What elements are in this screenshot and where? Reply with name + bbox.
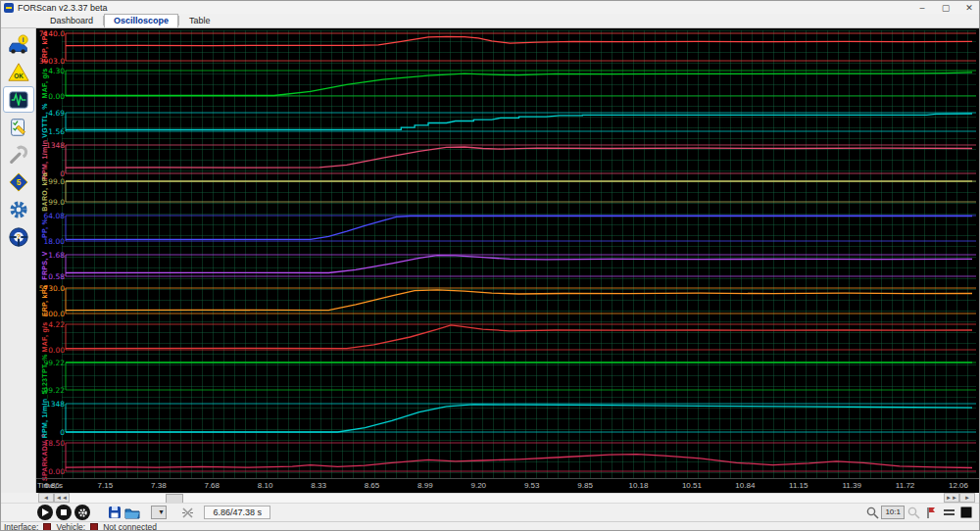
signal-trace	[66, 36, 972, 45]
time-tick-label: 7.68	[204, 481, 220, 490]
channel-max-value: 4.69	[36, 109, 65, 118]
sidebar-item-settings[interactable]	[3, 196, 34, 222]
oscilloscope-chart: FRP, kPa7140.03903.0MAF, g/s4.300.00_VGT…	[36, 28, 980, 493]
time-tick-label: 12.06	[949, 481, 968, 490]
channel-min-value: 0.58	[36, 272, 65, 281]
load-button[interactable]	[123, 505, 141, 520]
sidebar-item-oscilloscope[interactable]	[3, 86, 34, 113]
signal-trace	[66, 256, 972, 273]
svg-text:i: i	[22, 35, 24, 44]
svg-text:?: ?	[16, 232, 21, 241]
time-tick-label: 8.99	[417, 481, 433, 490]
sidebar: i OK	[1, 28, 36, 493]
scope-traces	[62, 30, 976, 478]
interface-status-led	[43, 523, 51, 531]
magnifier-minus-icon	[866, 507, 879, 519]
svg-text:5: 5	[16, 178, 21, 187]
channel-min-value: 0.00	[36, 92, 65, 101]
stop-button[interactable]	[56, 505, 72, 520]
time-tick-label: 10.18	[629, 481, 649, 490]
sidebar-item-configuration[interactable]: 5	[3, 169, 34, 195]
channel-max-value: 7140.0	[36, 29, 65, 38]
cut-icon	[181, 507, 194, 519]
signal-trace	[66, 325, 972, 349]
channel-min-value: 300.0	[36, 310, 65, 318]
sidebar-item-read-dtc[interactable]: OK	[3, 59, 34, 85]
zoom-in-button[interactable]	[905, 505, 922, 520]
tab-table[interactable]: Table	[179, 14, 220, 27]
service-wrench-icon	[8, 144, 29, 166]
sidebar-item-vehicle-info[interactable]: i	[3, 31, 34, 58]
vehicle-label: Vehicle:	[56, 522, 85, 531]
trim-button[interactable]	[178, 505, 196, 520]
two-lines-icon	[943, 507, 956, 517]
channel-label: PP, %	[41, 218, 48, 238]
sidebar-item-service[interactable]	[3, 141, 34, 168]
channel-min-value: -1.56	[36, 127, 65, 136]
channel-max-value: 4.22	[36, 320, 65, 329]
channel-min-value: 99.0	[36, 198, 65, 207]
channel-min-value: 3903.0	[36, 57, 65, 66]
time-tick-label: 11.72	[896, 481, 914, 490]
channel-max-value: 64.08	[36, 212, 65, 220]
vehicle-info-icon: i	[8, 34, 29, 56]
sidebar-item-tests[interactable]	[3, 114, 34, 140]
oscilloscope-icon	[8, 89, 29, 111]
time-tick-label: 7.15	[98, 481, 114, 490]
scrollbar-track[interactable]	[70, 493, 944, 503]
scope-settings-button[interactable]	[74, 505, 90, 520]
maximize-button[interactable]: ▢	[934, 2, 957, 14]
stop-icon	[60, 508, 68, 516]
play-button[interactable]	[37, 505, 53, 520]
position-readout: 6.86/47.38 s	[204, 506, 270, 519]
time-tick-label: 8.65	[365, 481, 380, 490]
gear-icon	[77, 507, 88, 518]
background-color-button[interactable]	[957, 505, 975, 520]
channel-max-value: 99.22	[36, 359, 65, 367]
tab-dashboard[interactable]: Dashboard	[40, 14, 103, 27]
signal-trace	[66, 72, 972, 96]
time-tick-label: 8.33	[311, 481, 326, 490]
scroll-right-fast-icon[interactable]: ►►	[944, 493, 959, 503]
reference-lines-button[interactable]	[940, 505, 957, 520]
scroll-left-fast-icon[interactable]: ◄◄	[54, 493, 70, 503]
zoom-out-button[interactable]	[863, 505, 881, 520]
tab-oscilloscope[interactable]: Oscilloscope	[104, 14, 178, 27]
time-tick-label: 11.15	[789, 481, 808, 490]
status-bar: Interface: Vehicle: Not connected	[1, 521, 980, 531]
time-tick-label: 9.20	[470, 481, 486, 490]
tab-bar: Dashboard Oscilloscope Table	[1, 14, 980, 28]
signal-trace	[66, 405, 972, 432]
close-button[interactable]: ✕	[957, 2, 980, 14]
channel-min-value: 18.00	[36, 237, 65, 246]
time-scrollbar: ◄ ◄◄ ►► ►	[1, 493, 980, 503]
app-icon	[4, 3, 14, 13]
settings-gear-icon	[8, 199, 29, 220]
marker-button[interactable]	[922, 505, 940, 520]
scroll-left-icon[interactable]: ◄	[38, 493, 54, 503]
window-title: FORScan v2.3.37 beta	[18, 3, 108, 13]
channel-max-value: 99.0	[36, 177, 65, 186]
channel-max-value: 1348	[36, 141, 65, 150]
play-icon	[41, 508, 49, 516]
magnifier-plus-icon	[907, 507, 920, 519]
time-tick-label: 8.10	[258, 481, 273, 490]
channel-min-value: -99.22	[36, 386, 65, 395]
channel-max-value: 5730.0	[36, 284, 65, 293]
zoom-ratio-box[interactable]: 10:1	[881, 506, 905, 519]
time-tick-label: 6.86	[44, 481, 60, 490]
signal-select-dropdown[interactable]: ▾	[151, 506, 167, 519]
save-button[interactable]	[106, 505, 123, 520]
forscan-window: FORScan v2.3.37 beta – ▢ ✕ Dashboard Osc…	[0, 0, 980, 531]
marker-flag-icon	[925, 507, 937, 519]
minimize-button[interactable]: –	[910, 2, 934, 14]
signal-trace	[66, 217, 972, 240]
svg-text:OK: OK	[14, 72, 24, 78]
time-tick-label: 10.84	[735, 481, 755, 490]
channel-max-value: 4.30	[36, 67, 65, 75]
open-folder-icon	[124, 507, 140, 519]
sidebar-item-about[interactable]: ?	[3, 223, 34, 250]
scroll-right-icon[interactable]: ►	[959, 493, 975, 503]
time-tick-label: 7.38	[151, 481, 167, 490]
channel-min-value: 0.00	[36, 467, 65, 476]
